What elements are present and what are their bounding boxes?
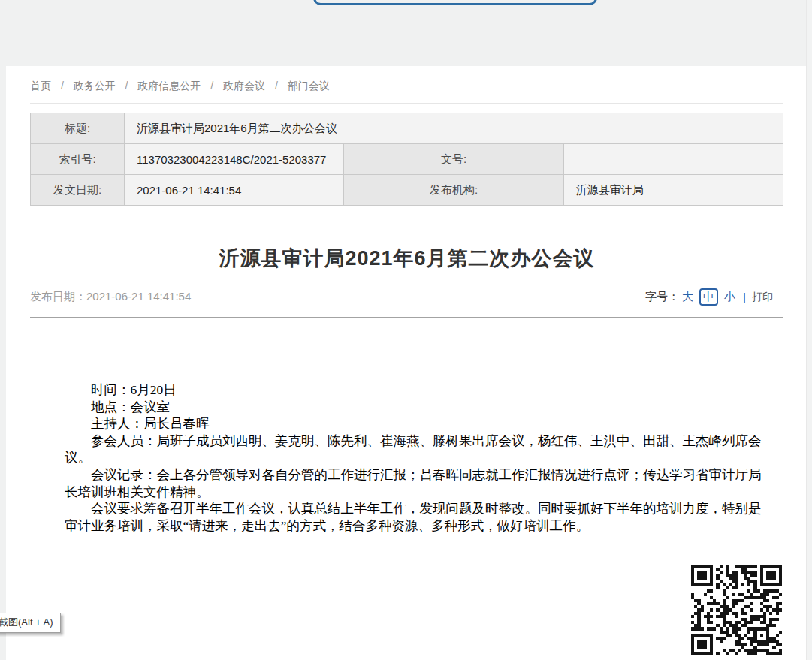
paragraph-attendees: 参会人员：局班子成员刘西明、姜克明、陈先利、崔海燕、滕树果出席会议，杨红伟、王洪… xyxy=(65,432,763,466)
font-size-small-button[interactable]: 小 xyxy=(724,290,735,304)
article-body: 时间：6月20日 地点：会议室 主持人：局长吕春晖 参会人员：局班子成员刘西明、… xyxy=(65,381,763,534)
font-size-medium-button[interactable]: 中 xyxy=(699,288,718,306)
controls-divider: | xyxy=(743,291,746,303)
paragraph-time: 时间：6月20日 xyxy=(65,381,763,399)
print-button[interactable]: 打印 xyxy=(752,291,773,304)
breadcrumb-item-home[interactable]: 首页 xyxy=(30,80,51,92)
meta-value-issuing-agency: 沂源县审计局 xyxy=(563,175,783,206)
meta-label-issue-date: 发文日期: xyxy=(31,175,125,206)
meta-value-title: 沂源县审计局2021年6月第二次办公会议 xyxy=(125,113,783,144)
meta-label-doc-number: 文号: xyxy=(344,144,563,175)
table-row: 标题: 沂源县审计局2021年6月第二次办公会议 xyxy=(31,113,783,144)
paragraph-requirements: 会议要求筹备召开半年工作会议，认真总结上半年工作，发现问题及时整改。同时要抓好下… xyxy=(65,500,763,534)
meta-table: 标题: 沂源县审计局2021年6月第二次办公会议 索引号: 1137032300… xyxy=(30,113,783,206)
breadcrumb-separator: / xyxy=(125,80,128,92)
breadcrumb: 首页 / 政务公开 / 政府信息公开 / 政府会议 / 部门会议 xyxy=(30,77,783,93)
publish-date: 发布日期：2021-06-21 14:41:54 xyxy=(30,290,191,304)
publish-date-label: 发布日期： xyxy=(30,290,86,303)
content-divider xyxy=(30,317,783,318)
meta-label-index-number: 索引号: xyxy=(31,144,125,175)
meta-value-doc-number xyxy=(563,144,783,175)
table-row: 索引号: 11370323004223148C/2021-5203377 文号: xyxy=(31,144,783,175)
search-box-bottom-edge xyxy=(313,0,597,5)
content-panel: 首页 / 政务公开 / 政府信息公开 / 政府会议 / 部门会议 标题: 沂源县… xyxy=(6,66,806,660)
screenshot-tooltip: 截图(Alt + A) xyxy=(0,613,61,633)
table-row: 发文日期: 2021-06-21 14:41:54 发布机构: 沂源县审计局 xyxy=(31,175,783,206)
breadcrumb-item-gov-info[interactable]: 政府信息公开 xyxy=(137,80,201,92)
meta-value-issue-date: 2021-06-21 14:41:54 xyxy=(125,175,344,206)
breadcrumb-separator: / xyxy=(275,80,278,92)
breadcrumb-item-open-gov[interactable]: 政务公开 xyxy=(74,80,116,92)
font-size-large-button[interactable]: 大 xyxy=(682,290,693,304)
scrollbar-track[interactable] xyxy=(806,0,812,660)
qr-code xyxy=(691,565,782,655)
breadcrumb-divider xyxy=(30,103,783,104)
publish-date-value: 2021-06-21 14:41:54 xyxy=(86,290,191,303)
breadcrumb-item-dept-meetings[interactable]: 部门会议 xyxy=(288,80,330,92)
breadcrumb-separator: / xyxy=(61,80,64,92)
meta-label-issuing-agency: 发布机构: xyxy=(344,175,563,206)
font-size-label: 字号： xyxy=(645,290,679,304)
paragraph-host: 主持人：局长吕春晖 xyxy=(65,415,763,432)
meta-value-index-number: 11370323004223148C/2021-5203377 xyxy=(125,144,344,175)
article-meta-row: 发布日期：2021-06-21 14:41:54 字号： 大 中 小 | 打印 xyxy=(30,288,783,306)
paragraph-minutes: 会议记录：会上各分管领导对各自分管的工作进行汇报；吕春晖同志就工作汇报情况进行点… xyxy=(65,466,763,500)
font-size-controls: 字号： 大 中 小 | 打印 xyxy=(645,288,773,306)
breadcrumb-separator: / xyxy=(210,80,213,92)
article-title: 沂源县审计局2021年6月第二次办公会议 xyxy=(30,245,783,272)
meta-label-title: 标题: xyxy=(31,113,125,144)
breadcrumb-item-gov-meetings[interactable]: 政府会议 xyxy=(223,80,265,92)
paragraph-location: 地点：会议室 xyxy=(65,399,763,416)
